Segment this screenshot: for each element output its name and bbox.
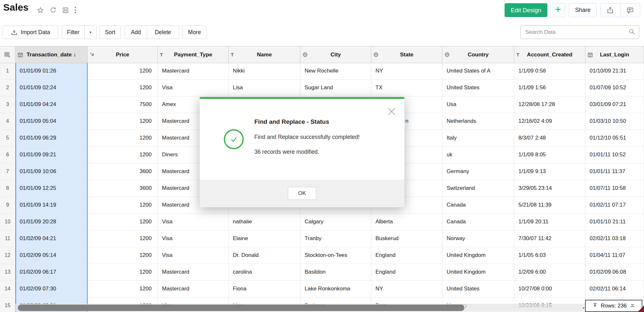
cell-last_login[interactable]: 01/01/11 11:37	[585, 163, 644, 180]
row-number[interactable]: 3	[0, 96, 15, 113]
jump-to-bottom-icon[interactable]	[630, 303, 635, 309]
cell-state[interactable]: England	[371, 247, 442, 264]
cell-transaction_date[interactable]: 01/02/09 05:14	[15, 247, 88, 264]
refresh-icon[interactable]	[50, 6, 57, 14]
cell-payment_type[interactable]: Visa	[158, 214, 229, 230]
cell-last_login[interactable]: 01/10/09 21:31	[585, 63, 644, 80]
select-all-header[interactable]	[0, 46, 15, 63]
cell-country[interactable]: United States of A	[442, 63, 514, 80]
cell-last_login[interactable]: 01/07/09 10:52	[585, 80, 644, 96]
cell-last_login[interactable]: 01/12/10 05:51	[585, 130, 644, 147]
column-header-country[interactable]: Country	[442, 46, 514, 63]
cell-transaction_date[interactable]: 01/01/09 05:04	[15, 113, 88, 130]
cell-transaction_date[interactable]: 01/01/09 12:25	[15, 180, 88, 197]
cell-transaction_date[interactable]: 01/01/09 09:21	[15, 147, 88, 163]
cell-city[interactable]: Basildon	[300, 264, 371, 281]
cell-country[interactable]: United Kingdom	[442, 264, 514, 281]
cell-country[interactable]: Switzerland	[442, 180, 514, 197]
cell-city[interactable]: Lake Ronkonkoma	[300, 281, 371, 297]
cell-state[interactable]: Buskerud	[371, 230, 442, 247]
cell-last_login[interactable]: 01/01/11 10:52	[585, 147, 644, 163]
sort-button[interactable]: Sort	[99, 25, 121, 39]
row-number[interactable]: 8	[0, 180, 15, 197]
cell-price[interactable]: 3600	[88, 180, 158, 197]
cell-name[interactable]: nathalie	[229, 214, 300, 230]
row-number[interactable]: 11	[0, 230, 15, 247]
save-icon[interactable]	[62, 7, 69, 14]
cell-account_created[interactable]: 10/27/08 0:00	[514, 281, 585, 297]
cell-transaction_date[interactable]: 01/01/09 10:06	[15, 163, 88, 180]
cell-city[interactable]: Stockton-on-Tees	[300, 247, 371, 264]
cell-city[interactable]: Tranby	[300, 230, 371, 247]
close-icon[interactable]	[387, 107, 396, 116]
column-header-state[interactable]: State	[371, 46, 442, 63]
column-header-name[interactable]: TName	[229, 46, 300, 63]
cell-price[interactable]: 7500	[88, 96, 158, 113]
cell-last_login[interactable]: 01/02/11 07:17	[585, 197, 644, 214]
cell-price[interactable]: 1200	[88, 264, 158, 281]
cell-price[interactable]: 3600	[88, 163, 158, 180]
cell-price[interactable]: 1200	[88, 80, 158, 96]
cell-country[interactable]: Italy	[442, 130, 514, 147]
row-number[interactable]: 12	[0, 247, 15, 264]
horizontal-scrollbar-thumb[interactable]	[18, 305, 464, 311]
star-icon[interactable]	[37, 6, 44, 14]
cell-payment_type[interactable]: Mastercard	[158, 281, 229, 297]
cell-country[interactable]: Netherlands	[442, 113, 514, 130]
export-button[interactable]	[601, 4, 620, 17]
cell-transaction_date[interactable]: 01/02/09 06:17	[15, 264, 88, 281]
cell-last_login[interactable]: 03/01/09 07:21	[585, 96, 644, 113]
cell-account_created[interactable]: 12/16/02 4:09	[514, 113, 585, 130]
add-new-button[interactable]	[551, 3, 565, 17]
cell-transaction_date[interactable]: 01/01/09 04:24	[15, 96, 88, 113]
cell-state[interactable]: Alberta	[371, 214, 442, 230]
cell-country[interactable]: Germany	[442, 163, 514, 180]
cell-price[interactable]: 1200	[88, 230, 158, 247]
ok-button[interactable]: OK	[288, 187, 316, 200]
cell-payment_type[interactable]: Mastercard	[158, 264, 229, 281]
cell-account_created[interactable]: 8/3/07 2:48	[514, 130, 585, 147]
cell-payment_type[interactable]: Mastercard	[158, 63, 229, 80]
cell-name[interactable]: Dr. Donald	[229, 247, 300, 264]
cell-transaction_date[interactable]: 01/02/09 04:21	[15, 230, 88, 247]
row-number[interactable]: 15	[0, 297, 15, 312]
filter-button[interactable]: Filter	[62, 26, 84, 39]
cell-transaction_date[interactable]: 01/01/09 01:26	[15, 63, 88, 80]
cell-last_login[interactable]: 01/01/10 21:11	[585, 214, 644, 230]
cell-state[interactable]: TX	[371, 80, 442, 96]
cell-price[interactable]: 1200	[88, 281, 158, 297]
row-number[interactable]: 6	[0, 147, 15, 163]
cell-account_created[interactable]: 1/1/09 8:05	[514, 147, 585, 163]
row-number[interactable]: 10	[0, 214, 15, 230]
search-input[interactable]	[525, 29, 629, 36]
cell-account_created[interactable]: 7/30/07 11:42	[514, 230, 585, 247]
import-data-button[interactable]: Import Data	[3, 25, 58, 39]
row-number[interactable]: 1	[0, 63, 15, 80]
cell-country[interactable]: United Kingdom	[442, 247, 514, 264]
cell-last_login[interactable]: 01/03/10 10:50	[585, 113, 644, 130]
cell-price[interactable]: 1200	[88, 147, 158, 163]
cell-state[interactable]: NY	[371, 63, 442, 80]
cell-payment_type[interactable]: Visa	[158, 247, 229, 264]
cell-city[interactable]: New Rochelle	[300, 63, 371, 80]
cell-account_created[interactable]: 12/28/08 17:28	[514, 96, 585, 113]
more-vertical-icon[interactable]	[74, 6, 76, 14]
cell-last_login[interactable]: 01/04/11 11:07	[585, 247, 644, 264]
cell-account_created[interactable]: 3/29/05 23:14	[514, 180, 585, 197]
cell-city[interactable]: Calgary	[300, 214, 371, 230]
cell-last_login[interactable]: 02/02/11 06:14	[585, 281, 644, 297]
cell-transaction_date[interactable]: 01/01/09 02:24	[15, 80, 88, 96]
row-number[interactable]: 13	[0, 264, 15, 281]
cell-transaction_date[interactable]: 01/01/09 20:28	[15, 214, 88, 230]
column-header-transaction_date[interactable]: 17Transaction_date↓	[15, 46, 88, 63]
cell-price[interactable]: 1200	[88, 113, 158, 130]
cell-transaction_date[interactable]: 01/02/09 07:30	[15, 281, 88, 297]
more-button[interactable]: More	[182, 25, 207, 39]
cell-account_created[interactable]: 1/1/09 20:11	[514, 214, 585, 230]
column-header-payment_type[interactable]: TPayment_Type	[158, 46, 229, 63]
delete-button[interactable]: Delete	[147, 26, 179, 39]
cell-country[interactable]: Norway	[442, 230, 514, 247]
row-number[interactable]: 14	[0, 281, 15, 297]
row-number[interactable]: 7	[0, 163, 15, 180]
edit-design-button[interactable]: Edit Design	[505, 3, 547, 17]
